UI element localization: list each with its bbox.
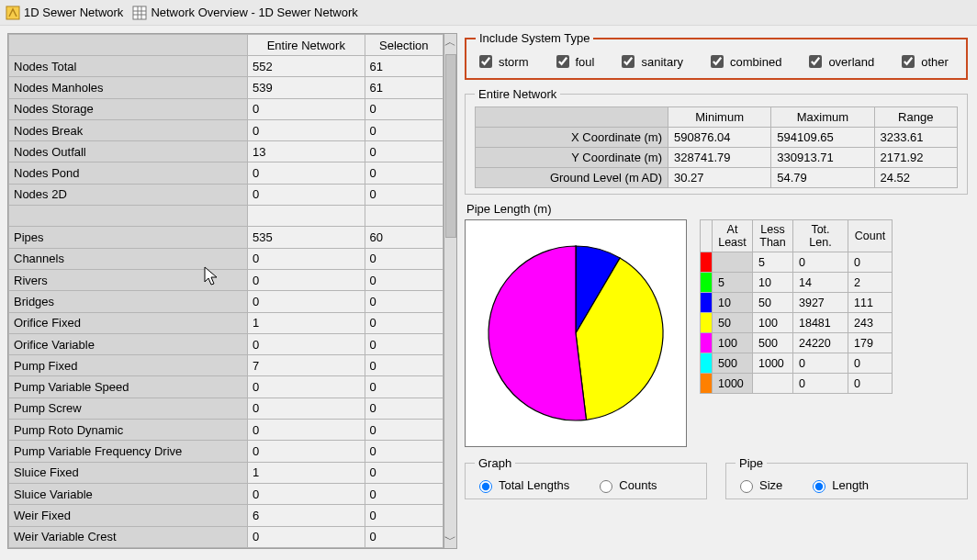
radio-size-input[interactable] — [740, 480, 753, 493]
table-row[interactable]: Pipes53560 — [9, 227, 444, 248]
bin-lessthan: 1000 — [753, 353, 793, 374]
pipe-group: Pipe Size Length — [725, 456, 968, 499]
table-row[interactable]: Orifice Fixed10 — [9, 312, 444, 333]
en-min: 30.27 — [668, 168, 771, 188]
bin-totlen: 14 — [793, 273, 848, 293]
row-label: Nodes 2D — [9, 184, 248, 205]
radio-length-label: Length — [832, 478, 869, 492]
bin-atleast: 10 — [713, 293, 753, 313]
bin-totlen: 3927 — [793, 293, 848, 313]
radio-size[interactable]: Size — [736, 477, 782, 493]
table-row[interactable]: Nodes Manholes53961 — [9, 77, 444, 98]
checkbox-other[interactable]: other — [898, 52, 949, 71]
table-row[interactable]: Pump Fixed70 — [9, 355, 444, 376]
row-selection: 0 — [365, 162, 443, 184]
table-row[interactable]: Nodes Break00 — [9, 119, 444, 140]
bin-color-swatch — [701, 374, 713, 394]
radio-counts-input[interactable] — [600, 480, 612, 493]
row-label: Nodes Total — [9, 56, 248, 77]
table-row[interactable]: Sluice Variable00 — [9, 483, 444, 504]
checkbox-storm-input[interactable] — [479, 55, 492, 68]
checkbox-other-input[interactable] — [902, 55, 915, 68]
checkbox-sanitary[interactable]: sanitary — [618, 52, 683, 71]
checkbox-overland[interactable]: overland — [805, 52, 874, 71]
table-row[interactable]: Sluice Fixed10 — [9, 462, 444, 483]
graph-legend: Graph — [475, 456, 515, 470]
row-entire: 13 — [248, 141, 365, 162]
en-range: 24.52 — [874, 168, 958, 188]
checkbox-sanitary-input[interactable] — [622, 55, 634, 68]
row-selection: 0 — [365, 526, 443, 547]
bin-lessthan: 500 — [753, 333, 793, 353]
table-row[interactable]: Channels00 — [9, 248, 444, 269]
scroll-thumb[interactable] — [445, 54, 456, 238]
overview-header-selection: Selection — [365, 35, 443, 56]
table-row[interactable]: Pump Variable Frequency Drive00 — [9, 441, 444, 462]
bin-lessthan: 50 — [753, 293, 793, 313]
row-selection: 0 — [365, 312, 443, 333]
row-entire: 0 — [248, 420, 365, 441]
table-row: 10503927111 — [701, 293, 893, 313]
bin-count: 111 — [848, 293, 893, 313]
radio-counts[interactable]: Counts — [595, 477, 657, 493]
checkbox-overland-input[interactable] — [809, 55, 822, 68]
row-label: Weir Variable Crest — [9, 526, 248, 547]
bin-color-header — [701, 220, 713, 252]
row-label: Pump Roto Dynamic — [9, 420, 248, 441]
scroll-up-icon[interactable]: ︿ — [444, 34, 456, 50]
table-row[interactable]: Orifice Variable00 — [9, 333, 444, 354]
graph-group: Graph Total Lengths Counts — [465, 456, 707, 499]
bin-lessthan — [753, 374, 793, 394]
table-row[interactable]: Nodes Storage00 — [9, 98, 444, 119]
bin-color-swatch — [701, 353, 713, 374]
table-row[interactable]: Rivers00 — [9, 269, 444, 290]
en-row-label: X Coordinate (m) — [476, 128, 668, 148]
table-row[interactable]: Nodes 2D00 — [9, 184, 444, 205]
bin-count: 2 — [848, 273, 893, 293]
radio-length-input[interactable] — [813, 480, 825, 493]
grid-icon — [132, 6, 147, 20]
en-max: 594109.65 — [771, 128, 874, 148]
overview-scrollbar[interactable]: ︿ ﹀ — [444, 34, 456, 548]
checkbox-combined[interactable]: combined — [707, 52, 781, 71]
table-row[interactable]: Weir Variable Crest00 — [9, 526, 444, 547]
checkbox-storm-label: storm — [499, 55, 529, 69]
row-selection: 61 — [365, 77, 443, 98]
checkbox-foul[interactable]: foul — [553, 52, 595, 71]
table-row[interactable]: Pump Variable Speed00 — [9, 376, 444, 398]
checkbox-storm[interactable]: storm — [476, 52, 529, 71]
table-row[interactable]: Nodes Total55261 — [9, 56, 444, 77]
bin-count-header: Count — [848, 220, 893, 252]
table-row[interactable]: Nodes Pond00 — [9, 162, 444, 184]
row-selection: 0 — [365, 398, 443, 419]
table-row: 5010018481243 — [701, 313, 893, 333]
entire-network-group: Entire Network Minimum Maximum Range X C… — [465, 87, 968, 195]
en-range: 3233.61 — [874, 128, 958, 148]
row-entire: 0 — [248, 376, 365, 398]
row-selection: 0 — [365, 355, 443, 376]
bin-count: 0 — [848, 252, 893, 273]
radio-total-lengths[interactable]: Total Lengths — [475, 477, 569, 493]
checkbox-combined-input[interactable] — [711, 55, 724, 68]
table-row[interactable]: Pump Roto Dynamic00 — [9, 420, 444, 441]
row-label: Pump Fixed — [9, 355, 248, 376]
table-row[interactable]: Pump Screw00 — [9, 398, 444, 419]
row-label: Nodes Outfall — [9, 141, 248, 162]
radio-length[interactable]: Length — [808, 477, 869, 493]
row-selection: 0 — [365, 376, 443, 398]
table-row[interactable]: Nodes Outfall130 — [9, 141, 444, 162]
table-row: Ground Level (m AD)30.2754.7924.52 — [476, 168, 958, 188]
table-row[interactable]: Bridges00 — [9, 291, 444, 312]
row-entire: 552 — [248, 56, 365, 77]
radio-total-lengths-input[interactable] — [479, 480, 492, 493]
scroll-down-icon[interactable]: ﹀ — [444, 532, 456, 548]
checkbox-foul-label: foul — [576, 55, 595, 69]
checkbox-foul-input[interactable] — [556, 55, 569, 68]
row-label: Pump Variable Speed — [9, 376, 248, 398]
row-entire: 0 — [248, 248, 365, 269]
table-row[interactable]: Weir Fixed60 — [9, 505, 444, 526]
table-row: 510142 — [701, 273, 893, 293]
row-selection: 0 — [365, 184, 443, 205]
table-row[interactable] — [9, 206, 444, 227]
row-entire: 7 — [248, 355, 365, 376]
